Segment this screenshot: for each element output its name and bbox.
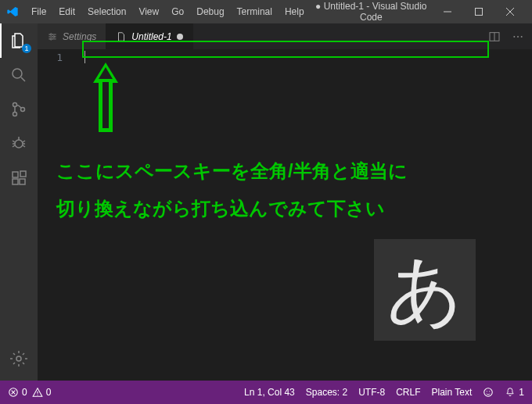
status-errors-count: 0 xyxy=(22,387,27,398)
status-feedback-icon[interactable] xyxy=(483,387,494,398)
svg-line-11 xyxy=(13,141,15,142)
svg-point-9 xyxy=(15,140,23,148)
status-eol[interactable]: CRLF xyxy=(396,387,420,398)
svg-point-21 xyxy=(16,356,21,361)
menu-go[interactable]: Go xyxy=(165,6,190,17)
tab-settings-label: Settings xyxy=(63,31,96,42)
split-editor-icon[interactable] xyxy=(488,30,501,43)
more-actions-icon[interactable] xyxy=(512,30,524,43)
menu-bar: File Edit Selection View Go Debug Termin… xyxy=(25,6,311,17)
activity-settings-icon[interactable] xyxy=(0,341,38,376)
line-gutter: 1 xyxy=(38,49,77,381)
settings-tab-icon xyxy=(47,31,58,42)
svg-point-39 xyxy=(487,391,487,391)
svg-point-6 xyxy=(13,103,17,107)
ime-indicator: あ xyxy=(374,239,476,341)
activity-search-icon[interactable] xyxy=(0,58,38,92)
svg-line-13 xyxy=(13,145,15,147)
svg-point-25 xyxy=(50,33,52,34)
title-bar: File Edit Selection View Go Debug Termin… xyxy=(0,0,532,23)
menu-debug[interactable]: Debug xyxy=(190,6,230,17)
svg-rect-18 xyxy=(13,179,18,184)
ime-char: あ xyxy=(386,252,463,327)
tab-settings[interactable]: Settings xyxy=(38,23,106,49)
svg-point-27 xyxy=(50,38,52,39)
activity-debug-icon[interactable] xyxy=(0,127,38,161)
svg-point-30 xyxy=(513,36,515,38)
minimize-button[interactable] xyxy=(432,0,463,23)
svg-point-8 xyxy=(21,108,25,112)
menu-view[interactable]: View xyxy=(132,6,165,17)
svg-point-32 xyxy=(521,36,523,38)
tab-untitled[interactable]: Untitled-1 xyxy=(106,23,192,49)
maximize-button[interactable] xyxy=(463,0,494,23)
activity-bar: 1 xyxy=(0,23,38,381)
activity-extensions-icon[interactable] xyxy=(0,161,38,195)
text-cursor xyxy=(84,51,85,63)
svg-rect-1 xyxy=(476,9,483,16)
svg-point-7 xyxy=(13,113,17,116)
status-errors[interactable]: 0 xyxy=(8,387,27,398)
editor-content[interactable] xyxy=(84,51,85,63)
menu-selection[interactable]: Selection xyxy=(81,6,132,17)
status-notifications[interactable]: 1 xyxy=(505,387,524,398)
svg-point-37 xyxy=(37,395,38,395)
svg-rect-19 xyxy=(20,179,25,184)
window-title: ● Untitled-1 - Visual Studio Code xyxy=(311,1,432,23)
svg-line-5 xyxy=(21,77,25,81)
svg-point-31 xyxy=(517,36,519,38)
close-button[interactable] xyxy=(494,0,526,23)
status-encoding[interactable]: UTF-8 xyxy=(358,387,385,398)
status-bar: 0 0 Ln 1, Col 43 Spaces: 2 UTF-8 CRLF Pl… xyxy=(0,381,532,404)
activity-scm-icon[interactable] xyxy=(0,92,38,127)
unsaved-dot-icon xyxy=(177,34,183,40)
status-warnings-count: 0 xyxy=(46,387,52,398)
status-spaces[interactable]: Spaces: 2 xyxy=(306,387,347,398)
svg-rect-17 xyxy=(13,172,18,177)
svg-point-38 xyxy=(484,388,493,397)
tab-bar: Settings Untitled-1 xyxy=(38,23,532,49)
explorer-badge: 1 xyxy=(22,44,31,53)
tab-untitled-label: Untitled-1 xyxy=(131,31,171,42)
activity-explorer-icon[interactable]: 1 xyxy=(0,23,38,58)
vscode-logo-icon xyxy=(6,5,19,18)
svg-rect-20 xyxy=(20,171,26,177)
line-number: 1 xyxy=(38,51,77,65)
svg-point-4 xyxy=(13,69,22,78)
status-warnings[interactable]: 0 xyxy=(32,387,52,398)
status-notifications-count: 1 xyxy=(519,387,524,398)
svg-point-40 xyxy=(489,391,490,391)
menu-terminal[interactable]: Terminal xyxy=(231,6,279,17)
menu-edit[interactable]: Edit xyxy=(52,6,81,17)
status-lang[interactable]: Plain Text xyxy=(432,387,473,398)
menu-file[interactable]: File xyxy=(25,6,52,17)
svg-line-12 xyxy=(23,141,25,142)
svg-line-14 xyxy=(23,145,25,147)
menu-help[interactable]: Help xyxy=(279,6,311,17)
file-tab-icon xyxy=(116,31,127,42)
status-lncol[interactable]: Ln 1, Col 43 xyxy=(244,387,295,398)
svg-point-26 xyxy=(53,35,55,37)
